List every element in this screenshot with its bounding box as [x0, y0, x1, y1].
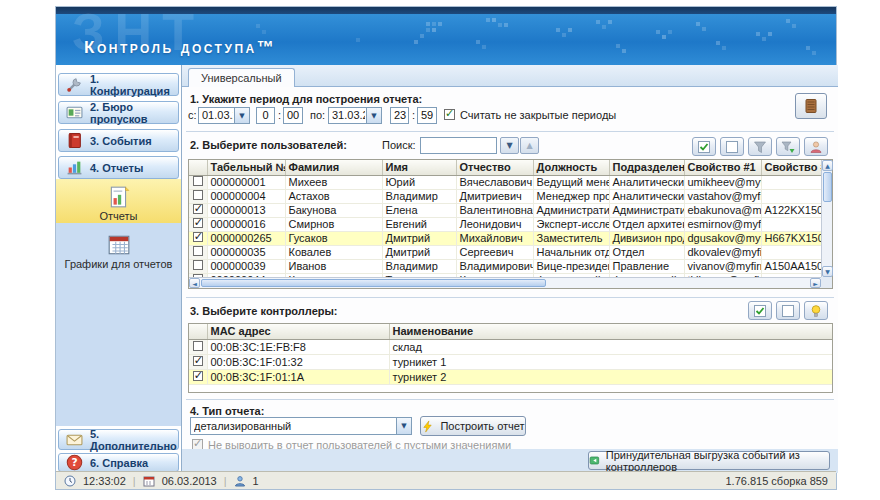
row-checkbox[interactable]	[193, 260, 203, 270]
table-cell: Правление	[609, 259, 684, 273]
row-checkbox[interactable]	[193, 341, 203, 351]
tab-page: 1. Укажите период для построения отчета:…	[182, 87, 838, 449]
table-row[interactable]: 000000004АстаховВладимирДмитриевичМенедж…	[189, 189, 821, 203]
table-row[interactable]: 000000035КовалевДмитрийСергеевичНачальни…	[189, 245, 821, 259]
sidebar-item-events[interactable]: 3. События	[58, 129, 179, 152]
header-banner: ЗНТ Контроль доступа™	[56, 14, 836, 65]
table-cell: склад	[389, 339, 832, 354]
row-checkbox[interactable]	[193, 176, 203, 186]
search-down-button[interactable]: ▼	[500, 137, 519, 154]
content-area: Универсальный 1. Укажите период для пост…	[181, 65, 838, 473]
sidebar-item-help[interactable]: ? 6. Справка	[58, 453, 179, 472]
user-filter-button[interactable]	[804, 137, 828, 156]
column-header[interactable]: Отчество	[456, 160, 533, 175]
sidebar-item-additional[interactable]: 5. Дополнительно	[58, 429, 179, 450]
select-column-header	[189, 160, 207, 175]
force-export-button[interactable]: Принудительная выгрузка событий из контр…	[588, 451, 830, 470]
from-date-combo[interactable]: 01.03.2013 ▼	[198, 107, 250, 124]
table-cell: Смирнов	[285, 217, 382, 231]
chevron-down-icon[interactable]: ▼	[396, 418, 411, 434]
status-version: 1.76.815 сборка 859	[726, 475, 829, 487]
users-table-viewport: Табельный №ФамилияИмяОтчествоДолжностьПо…	[189, 160, 821, 277]
table-row[interactable]: 000000001МихеевЮрийВячеславовичВедущий м…	[189, 175, 821, 189]
search-input[interactable]	[420, 137, 497, 154]
column-header[interactable]: Табельный №	[207, 160, 285, 175]
chevron-down-icon[interactable]: ▼	[234, 108, 249, 123]
column-header[interactable]: Свойство #2	[761, 160, 821, 175]
deselect-all-controllers-button[interactable]	[776, 301, 800, 320]
scroll-up-icon[interactable]: ▲	[822, 160, 833, 171]
journal-icon	[802, 97, 820, 115]
to-minute-field[interactable]: 59	[417, 107, 437, 124]
row-checkbox[interactable]	[193, 246, 203, 256]
table-cell: 000000035	[207, 245, 285, 259]
row-checkbox[interactable]	[193, 356, 203, 366]
column-header[interactable]: Свойство #1	[684, 160, 761, 175]
table-row[interactable]: 00:0B:3C:1F:01:32турникет 1	[189, 354, 832, 369]
users-vertical-scrollbar[interactable]: ▲ ▼	[821, 160, 832, 277]
filter-button[interactable]	[748, 137, 772, 156]
table-cell: Владимирович	[456, 259, 533, 273]
column-header[interactable]: MAC адрес	[207, 324, 389, 339]
column-header[interactable]: Подразделение	[609, 160, 684, 175]
horizontal-scroll-thumb[interactable]	[201, 279, 546, 287]
chevron-down-icon[interactable]: ▼	[366, 108, 381, 123]
filter-apply-icon	[781, 140, 795, 154]
search-up-button[interactable]: ▲	[520, 137, 539, 154]
table-row[interactable]: 00:0B:3C:1F:01:1Aтурникет 2	[189, 369, 832, 384]
row-checkbox[interactable]	[193, 371, 203, 381]
from-hour-field[interactable]: 0	[256, 107, 275, 124]
table-row[interactable]: 000000016СмирновЕвгенийЛеонидовичЭксперт…	[189, 217, 821, 231]
table-cell: Дмитрий	[382, 245, 456, 259]
select-all-controllers-button[interactable]	[748, 301, 772, 320]
submenu-item-reports[interactable]: Отчеты	[56, 179, 181, 223]
submenu-item-report-schedules[interactable]: Графики для отчетов	[56, 227, 181, 273]
to-hour-field[interactable]: 23	[390, 107, 409, 124]
scroll-down-icon[interactable]: ▼	[822, 266, 833, 277]
table-cell: Михайлович	[456, 231, 533, 245]
row-checkbox[interactable]	[193, 218, 203, 228]
table-row[interactable]: 00:0B:3C:1E:FB:F8склад	[189, 339, 832, 354]
person-icon	[809, 140, 823, 154]
users-horizontal-scrollbar[interactable]: ◄ ►	[189, 277, 821, 288]
column-header[interactable]: Фамилия	[285, 160, 382, 175]
uncheck-all-icon	[781, 304, 795, 318]
sidebar-item-configuration[interactable]: 1. Конфигурация	[58, 73, 179, 96]
red-book-icon	[66, 132, 83, 149]
tab-universal[interactable]: Универсальный	[188, 68, 295, 87]
status-users-count: 1	[253, 475, 259, 487]
row-checkbox[interactable]	[193, 232, 203, 242]
table-cell: 00:0B:3C:1F:01:1A	[207, 369, 389, 384]
column-header[interactable]: Наименование	[389, 324, 832, 339]
build-report-button[interactable]: Построить отчет	[420, 416, 526, 436]
scroll-left-icon[interactable]: ◄	[189, 278, 200, 288]
journal-button[interactable]	[795, 93, 827, 119]
column-header[interactable]: Должность	[533, 160, 609, 175]
from-minute-field[interactable]: 00	[283, 107, 303, 124]
open-periods-checkbox[interactable]	[444, 109, 455, 120]
row-checkbox[interactable]	[193, 204, 203, 214]
vertical-scroll-thumb[interactable]	[823, 172, 832, 202]
time-colon: :	[278, 107, 281, 124]
sidebar-item-reports[interactable]: 4. Отчеты	[58, 156, 179, 179]
deselect-all-users-button[interactable]	[720, 137, 744, 156]
row-checkbox[interactable]	[193, 190, 203, 200]
sidebar-item-pass-office[interactable]: 2. Бюро пропусков	[58, 101, 179, 124]
to-date-combo[interactable]: 31.03.2013 ▼	[328, 107, 382, 124]
table-cell: Аналитический	[609, 175, 684, 189]
column-header[interactable]: Имя	[382, 160, 456, 175]
table-row[interactable]: 0000000265ГусаковДмитрийМихайловичЗамест…	[189, 231, 821, 245]
table-row[interactable]: 000000039ИвановВладимирВладимировичВице-…	[189, 259, 821, 273]
controllers-lamp-button[interactable]	[804, 301, 828, 320]
app-window: ЗНТ Контроль доступа™ 1. Конфигурация 2.…	[55, 6, 837, 490]
status-bar: 12:33:02 | 06.03.2013 | 1 1.76.815 сборк…	[56, 471, 836, 489]
users-section-title: 2. Выберите пользователей:	[190, 139, 347, 151]
select-all-users-button[interactable]	[692, 137, 716, 156]
filter-apply-button[interactable]	[776, 137, 800, 156]
export-events-icon	[589, 454, 600, 467]
filter-icon	[753, 140, 767, 154]
table-cell: 000000001	[207, 175, 285, 189]
table-row[interactable]: 000000013БакуноваЕленаВалентиновнаАдмини…	[189, 203, 821, 217]
scroll-right-icon[interactable]: ►	[810, 278, 821, 288]
report-type-combo[interactable]: детализированный ▼	[190, 417, 412, 435]
